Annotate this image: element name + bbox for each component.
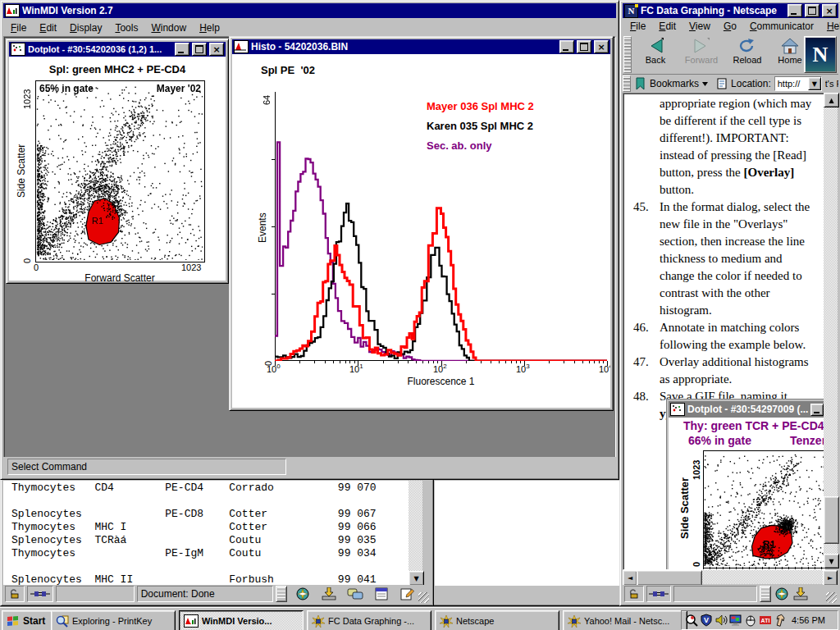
navigator-icon[interactable] [294, 587, 311, 600]
reload-button[interactable]: Reload [726, 35, 769, 73]
volume-icon[interactable] [714, 614, 728, 627]
article-line: button, press the [Overlay] [630, 164, 823, 181]
clock[interactable]: 4:56 PM [792, 615, 825, 625]
address-book-icon[interactable] [373, 587, 390, 600]
security-lock-icon[interactable] [624, 586, 644, 602]
scroll-down-button[interactable]: ▼ [824, 554, 839, 568]
start-button[interactable]: Start [2, 610, 56, 630]
scroll-right-button[interactable]: ► [823, 570, 838, 586]
ati-icon[interactable]: ATI [759, 614, 772, 627]
online-plug-icon[interactable] [27, 586, 53, 602]
minimize-button[interactable] [559, 40, 574, 53]
maximize-button[interactable] [192, 43, 207, 56]
navigator-icon[interactable] [774, 587, 790, 600]
mouse-settings-icon[interactable] [744, 614, 757, 627]
winmdi-menu-help[interactable]: Help [193, 20, 226, 36]
winmdi-menu-tools[interactable]: Tools [108, 20, 144, 36]
resize-grip[interactable] [826, 592, 837, 603]
back-label: Back [646, 55, 665, 65]
table-row: Splenocytes PE-CD8 Cotter 99 067 [11, 508, 377, 521]
netscape-menu-file[interactable]: File [623, 18, 652, 34]
winmdi-titlebar[interactable]: WinMDI Version 2.7 [3, 3, 616, 18]
winmdi-menu-window[interactable]: Window [144, 20, 193, 36]
location-dropdown-button[interactable]: ▼ [808, 77, 821, 90]
location-input[interactable]: http:// ▼ [774, 76, 822, 91]
taskbar-task-winmdi-versio[interactable]: WinMDI Versio... [179, 610, 304, 630]
minimize-button[interactable] [788, 4, 802, 17]
netscape-menu-go[interactable]: Go [717, 18, 743, 34]
netscape-menu-edit[interactable]: Edit [652, 18, 682, 34]
netscape-menu-view[interactable]: View [682, 18, 717, 34]
content-vscrollbar[interactable]: ▲ ▼ [824, 93, 838, 568]
whats-related-button[interactable]: t's R [825, 79, 838, 89]
scroll-up-button[interactable]: ▲ [824, 93, 839, 107]
discussions-icon[interactable] [347, 587, 363, 600]
taskbar-task-exploring-printkey[interactable]: Exploring - PrintKey [51, 610, 176, 630]
home-icon [780, 37, 800, 55]
scroll-thumb[interactable] [637, 570, 702, 586]
close-button[interactable]: × [822, 4, 837, 17]
histogram-curves[interactable] [275, 92, 607, 361]
taskbar-task-yahoo-mail-netsc[interactable]: Yahoo! Mail - Netsc... [563, 610, 687, 630]
netscape-logo[interactable]: N [804, 36, 837, 73]
display-settings-icon[interactable] [729, 614, 742, 627]
security-lock-icon[interactable] [5, 586, 25, 602]
composer-icon[interactable] [399, 587, 416, 600]
printkey-magnifier-icon[interactable] [685, 614, 698, 627]
histo-icon [234, 40, 249, 53]
maximize-button[interactable] [577, 40, 591, 53]
scroll-left-button[interactable]: ◄ [623, 570, 637, 586]
dotplot-titlebar[interactable]: Dotplot - #30:54202036 (1,2) 1... × [9, 42, 226, 57]
close-button[interactable]: × [594, 40, 609, 53]
antivirus-shield-icon[interactable]: V [700, 614, 713, 627]
article-line: histogram. [630, 302, 823, 319]
x-axis-min-label: 0 [34, 262, 39, 272]
histo-plot-title: Spl PE '02 [261, 64, 315, 76]
y-axis-title: Events [257, 212, 268, 243]
dotplot-title: Dotplot - #30:54202036 (1,2) 1... [28, 44, 172, 54]
embedded-plot-area [703, 450, 825, 568]
dotplot-icon [670, 403, 685, 416]
toolbar-collapse-handle[interactable] [623, 36, 632, 73]
taskbar-task-netscape[interactable]: Netscape [435, 610, 559, 630]
article-line: thickness to medium and [630, 250, 823, 267]
scroll-thumb[interactable] [824, 496, 839, 544]
reload-label: Reload [733, 55, 762, 65]
resize-grip[interactable] [418, 592, 429, 603]
maximize-button[interactable] [805, 4, 819, 17]
component-bar-handle[interactable] [276, 586, 287, 602]
x-tick-label: 102 [433, 363, 447, 374]
inbox-icon[interactable] [321, 587, 337, 600]
scroll-down-button[interactable]: ▼ [409, 571, 424, 586]
online-plug-icon[interactable] [646, 586, 671, 602]
pointer-hand-icon[interactable] [774, 614, 787, 627]
histo-titlebar[interactable]: Histo - 54202036.BIN × [232, 39, 610, 54]
bookmarks-button[interactable]: Bookmarks [650, 78, 699, 89]
netscape-menu-help[interactable]: Help [820, 18, 840, 34]
table-row: Thymocytes PE-IgM Coutu 99 034 [11, 547, 377, 560]
content-hscrollbar[interactable]: ◄ ► [623, 570, 838, 584]
back-button[interactable]: Back [634, 35, 677, 73]
forward-button[interactable]: Forward [680, 35, 723, 73]
toolbar-collapse-handle[interactable] [623, 75, 631, 92]
winmdi-menu-display[interactable]: Display [63, 20, 108, 36]
embedded-plot-title: Thy: green TCR + PE-CD4 [683, 419, 825, 432]
close-button[interactable]: × [209, 43, 224, 56]
table-row [11, 560, 377, 573]
minimize-button[interactable] [175, 43, 189, 56]
winmdi-menu-edit[interactable]: Edit [33, 20, 63, 36]
article-line: new file in the "Overlays" [630, 216, 823, 233]
taskbar-task-fc-data-graphing[interactable]: FC Data Graphing -... [307, 610, 431, 630]
embedded-x-ticks [703, 567, 825, 569]
inbox-icon[interactable] [792, 587, 809, 600]
system-tray: V ATI 4:56 PM [681, 610, 838, 630]
component-bar-handle[interactable] [760, 586, 771, 602]
location-label: Location: [731, 78, 771, 89]
netscape-menu-communicator[interactable]: Communicator [743, 18, 820, 34]
winmdi-menu-file[interactable]: File [4, 20, 33, 36]
dotplot-plot-area[interactable]: 65% in gate Mayer '02 [35, 80, 205, 262]
document-vscrollbar[interactable]: ▼ [409, 481, 422, 586]
netscape-titlebar[interactable]: N FC Data Graphing - Netscape × [623, 3, 838, 18]
document-content[interactable]: Thymocytes CD4 PE-CD4 Corrado 99 070 Spl… [3, 481, 409, 586]
browser-content[interactable]: appropriate region (which maybe differen… [623, 93, 825, 570]
